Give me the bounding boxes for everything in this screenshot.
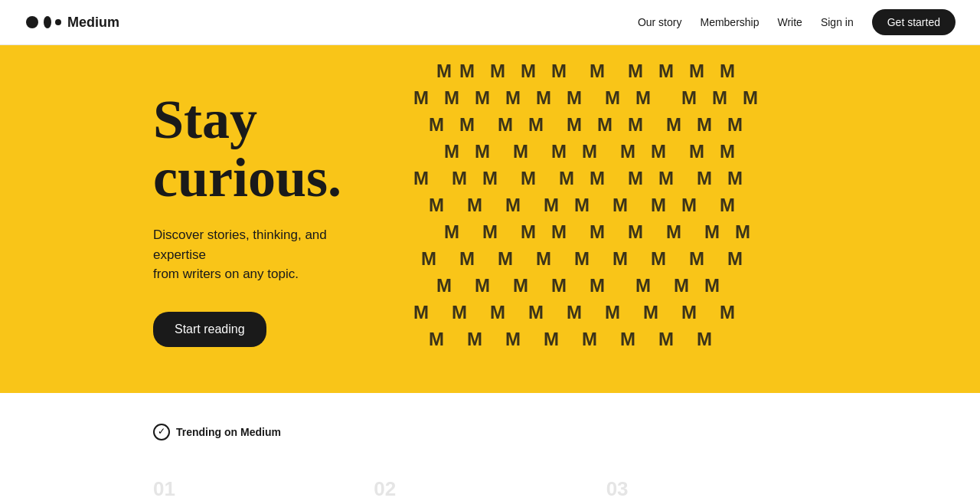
m-letter: M — [697, 114, 712, 136]
m-letter: M — [666, 221, 681, 243]
m-letter: M — [459, 61, 475, 82]
nav-write[interactable]: Write — [778, 16, 802, 28]
m-letter: M — [689, 141, 704, 162]
m-letter: M — [505, 329, 521, 350]
hero-subtitle: Discover stories, thinking, and expertis… — [153, 225, 368, 284]
logo[interactable]: Medium — [24, 11, 124, 33]
trending-number: 02 — [374, 477, 587, 501]
nav-our-story[interactable]: Our story — [638, 16, 682, 28]
m-letter: M — [628, 221, 643, 243]
m-letter: M — [459, 114, 475, 136]
m-letter: M — [612, 248, 628, 270]
m-letter: M — [551, 141, 567, 162]
trending-grid: 01 P Pye Sone Kyaw in Towards Data Scien… — [153, 462, 827, 501]
m-letter: M — [567, 114, 582, 136]
m-letter: M — [475, 275, 490, 296]
m-letter: M — [452, 302, 467, 323]
trending-icon: ✓ — [153, 424, 170, 440]
m-pattern-background: MMMMMMMMMMMMMMMMMMMMMMMMMMMMMMMMMMMMMMMM… — [398, 45, 980, 393]
m-letter: M — [521, 221, 536, 243]
m-letter: M — [490, 302, 505, 323]
m-letter: M — [544, 195, 559, 216]
m-letter: M — [536, 248, 551, 270]
svg-point-0 — [26, 16, 38, 28]
m-letter: M — [505, 195, 521, 216]
navigation: Medium Our story Membership Write Sign i… — [0, 0, 980, 45]
m-letter: M — [582, 141, 597, 162]
m-letter: M — [436, 275, 452, 296]
m-letter: M — [444, 141, 459, 162]
m-letter: M — [681, 87, 697, 109]
m-letter: M — [521, 168, 536, 189]
start-reading-button[interactable]: Start reading — [153, 312, 266, 347]
m-letter: M — [735, 221, 750, 243]
m-letter: M — [651, 248, 666, 270]
m-letter: M — [743, 87, 758, 109]
m-letter: M — [628, 114, 643, 136]
m-letter: M — [459, 248, 475, 270]
m-letter: M — [635, 87, 651, 109]
m-letter: M — [567, 87, 582, 109]
m-letter: M — [482, 221, 498, 243]
nav-sign-in[interactable]: Sign in — [821, 16, 854, 28]
m-letter: M — [475, 87, 490, 109]
m-letter: M — [421, 248, 436, 270]
m-letter: M — [590, 168, 605, 189]
hero-section: Stay curious. Discover stories, thinking… — [0, 45, 980, 393]
trending-label: Trending on Medium — [176, 426, 281, 438]
m-letter: M — [413, 87, 429, 109]
m-letter: M — [528, 302, 544, 323]
nav-membership[interactable]: Membership — [700, 16, 759, 28]
m-letter: M — [605, 302, 620, 323]
m-letter: M — [505, 87, 521, 109]
m-letter: M — [498, 248, 513, 270]
m-letter: M — [475, 141, 490, 162]
m-letter: M — [574, 248, 590, 270]
trending-item: 02 A Admiral Cloudberg Alone in the Infe… — [374, 462, 606, 501]
m-letter: M — [666, 114, 681, 136]
m-letter: M — [712, 87, 727, 109]
trending-number: 01 — [153, 477, 355, 501]
m-letter: M — [628, 168, 643, 189]
m-letter: M — [727, 248, 743, 270]
m-letter: M — [413, 168, 429, 189]
m-letter: M — [467, 195, 482, 216]
m-letter: M — [528, 114, 544, 136]
svg-point-2 — [55, 19, 61, 25]
m-letter: M — [436, 61, 452, 82]
m-letter: M — [720, 195, 735, 216]
m-letter: M — [704, 275, 720, 296]
m-letter: M — [658, 329, 674, 350]
m-letter: M — [482, 168, 498, 189]
m-letter: M — [444, 221, 459, 243]
m-letter: M — [628, 61, 643, 82]
m-letter: M — [651, 195, 666, 216]
m-letter: M — [674, 275, 689, 296]
m-letter: M — [490, 61, 505, 82]
trending-header: ✓ Trending on Medium — [153, 424, 827, 440]
m-letter: M — [658, 61, 674, 82]
m-letter: M — [551, 221, 567, 243]
nav-links: Our story Membership Write Sign in Get s… — [638, 9, 956, 35]
m-letter: M — [413, 302, 429, 323]
svg-text:Medium: Medium — [67, 15, 119, 30]
hero-decoration: MMMMMMMMMMMMMMMMMMMMMMMMMMMMMMMMMMMMMMMM… — [398, 45, 980, 393]
m-letter: M — [704, 221, 720, 243]
m-letter: M — [590, 61, 605, 82]
m-letter: M — [574, 195, 590, 216]
m-letter: M — [551, 275, 567, 296]
m-letter: M — [590, 275, 605, 296]
m-letter: M — [544, 329, 559, 350]
trending-item: 03 N Netflix Technology Blog in Netflix … — [606, 462, 827, 501]
m-letter: M — [612, 195, 628, 216]
m-letter: M — [429, 114, 444, 136]
m-letter: M — [605, 87, 620, 109]
m-letter: M — [467, 329, 482, 350]
trending-section: ✓ Trending on Medium 01 P Pye Sone Kyaw … — [0, 393, 980, 501]
get-started-button[interactable]: Get started — [872, 9, 956, 35]
m-letter: M — [697, 168, 712, 189]
m-letter: M — [643, 302, 658, 323]
m-letter: M — [513, 141, 528, 162]
hero-content: Stay curious. Discover stories, thinking… — [0, 45, 398, 393]
m-letter: M — [429, 195, 444, 216]
